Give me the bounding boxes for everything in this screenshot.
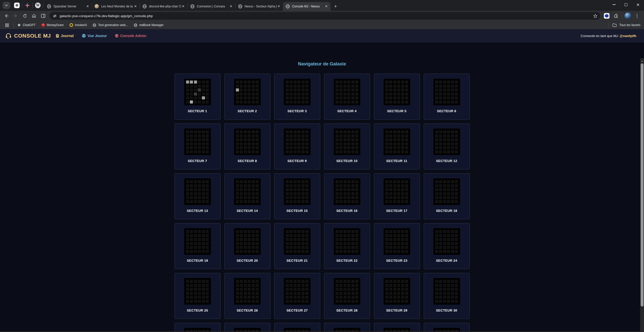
sector-card-27[interactable]: SECTEUR 27 xyxy=(274,273,320,319)
sector-card-29[interactable]: SECTEUR 29 xyxy=(374,273,420,319)
sector-card-10[interactable]: SECTEUR 10 xyxy=(324,123,370,169)
sector-card-1[interactable]: SECTEUR 1 xyxy=(175,74,221,120)
apps-shortcut-button[interactable] xyxy=(4,22,10,28)
home-button[interactable] xyxy=(30,12,38,20)
all-bookmarks-button[interactable]: Tous les favoris xyxy=(607,22,640,28)
pinned-tab-wordpress[interactable]: W xyxy=(34,1,42,9)
sector-cell xyxy=(447,238,450,241)
sector-card-25[interactable]: SECTEUR 25 xyxy=(175,273,221,319)
sector-cell xyxy=(244,288,247,291)
address-bar[interactable]: galactic-pve-conquest-c7fe.dev.flatlogic… xyxy=(50,12,600,20)
sector-minimap xyxy=(433,79,460,105)
bookmark-star-icon[interactable] xyxy=(593,14,598,18)
close-window-button[interactable]: ✕ xyxy=(632,0,644,9)
sector-cell xyxy=(240,246,243,249)
sector-card-28[interactable]: SECTEUR 28 xyxy=(324,273,370,319)
sector-card-30[interactable]: SECTEUR 30 xyxy=(424,273,470,319)
sector-cell xyxy=(343,184,347,187)
sector-card-17[interactable]: SECTEUR 17 xyxy=(374,173,420,219)
sector-cell xyxy=(236,130,239,133)
sector-cell xyxy=(305,96,308,99)
browser-tab[interactable]: discord-like-php-chat-7262.de... ✕ xyxy=(140,2,187,11)
sector-card-31[interactable]: SECTEUR 31 xyxy=(175,323,221,332)
sector-card-36[interactable]: SECTEUR 36 xyxy=(424,323,470,332)
sector-cell xyxy=(336,200,339,203)
scrollbar-thumb[interactable] xyxy=(641,63,643,306)
sector-card-7[interactable]: SECTEUR 7 xyxy=(175,123,221,169)
pinned-tab-chatgpt[interactable]: ❋ xyxy=(13,1,21,9)
back-button[interactable] xyxy=(2,12,11,20)
sector-card-22[interactable]: SECTEUR 22 xyxy=(324,223,370,269)
sector-cell xyxy=(343,250,347,253)
sector-card-13[interactable]: SECTEUR 13 xyxy=(175,173,221,219)
browser-tab[interactable]: Spacebar Server ✕ xyxy=(44,2,92,11)
sector-card-33[interactable]: SECTEUR 33 xyxy=(274,323,320,332)
forward-button[interactable] xyxy=(11,12,20,20)
sector-card-32[interactable]: SECTEUR 32 xyxy=(224,323,270,332)
tab-close-button[interactable]: ✕ xyxy=(181,4,185,8)
sector-card-4[interactable]: SECTEUR 4 xyxy=(324,74,370,120)
page-scrollbar[interactable]: ▲ ▼ xyxy=(640,58,644,332)
sector-card-5[interactable]: SECTEUR 5 xyxy=(374,74,420,120)
sector-card-18[interactable]: SECTEUR 18 xyxy=(424,173,470,219)
tab-close-button[interactable]: ✕ xyxy=(229,4,233,8)
sector-card-24[interactable]: SECTEUR 24 xyxy=(424,223,470,269)
reload-button[interactable] xyxy=(20,12,29,20)
nav-item-journal[interactable]: Journal xyxy=(55,34,74,38)
sector-card-6[interactable]: SECTEUR 6 xyxy=(424,74,470,120)
bookmark-item[interactable]: mdBook Manager xyxy=(134,23,164,27)
side-panel-button[interactable] xyxy=(39,12,48,20)
sector-label: SECTEUR 12 xyxy=(436,159,457,163)
bookmark-label: MoneyGram xyxy=(47,23,64,27)
browser-tab[interactable]: Nexus - Secteur Alpha [G1] ✕ xyxy=(235,2,283,11)
maximize-button[interactable] xyxy=(620,0,632,9)
sector-card-2[interactable]: SECTEUR 2 xyxy=(224,74,270,120)
nav-item-vue-joueur[interactable]: Vue Joueur xyxy=(82,34,107,38)
sector-card-20[interactable]: SECTEUR 20 xyxy=(224,223,270,269)
bookmark-item[interactable]: MoneyGram xyxy=(41,23,64,27)
bookmark-item[interactable]: Text generation web... xyxy=(93,23,128,27)
sector-cell xyxy=(339,292,342,295)
minimize-button[interactable] xyxy=(608,0,620,9)
tab-close-button[interactable]: ✕ xyxy=(133,4,137,8)
sector-card-11[interactable]: SECTEUR 11 xyxy=(374,123,420,169)
tab-close-button[interactable]: ✕ xyxy=(86,4,90,8)
sector-card-26[interactable]: SECTEUR 26 xyxy=(224,273,270,319)
sector-cell xyxy=(336,138,339,141)
sector-card-14[interactable]: SECTEUR 14 xyxy=(224,173,270,219)
sector-card-16[interactable]: SECTEUR 16 xyxy=(324,173,370,219)
sector-card-35[interactable]: SECTEUR 35 xyxy=(374,323,420,332)
sector-card-21[interactable]: SECTEUR 21 xyxy=(274,223,320,269)
sector-card-12[interactable]: SECTEUR 12 xyxy=(424,123,470,169)
browser-tab[interactable]: Connexion | Corvara ✕ xyxy=(188,2,235,11)
sector-card-23[interactable]: SECTEUR 23 xyxy=(374,223,420,269)
sector-cell xyxy=(194,146,197,149)
sector-card-3[interactable]: SECTEUR 3 xyxy=(274,74,320,120)
scrollbar-up-arrow[interactable]: ▲ xyxy=(640,59,644,63)
sector-card-19[interactable]: SECTEUR 19 xyxy=(175,223,221,269)
tab-close-button[interactable]: ✕ xyxy=(324,4,328,8)
sector-card-8[interactable]: SECTEUR 8 xyxy=(224,123,270,169)
browser-tab[interactable]: Les Neuf Mondes de la Mythol... ✕ xyxy=(92,2,140,11)
sector-cell xyxy=(248,81,251,84)
nav-item-console-admin[interactable]: Console Admin xyxy=(115,34,146,38)
extensions-button[interactable] xyxy=(612,12,620,20)
sector-card-9[interactable]: SECTEUR 9 xyxy=(274,123,320,169)
new-tab-button[interactable]: + xyxy=(332,3,339,10)
sector-cell xyxy=(393,184,396,187)
profile-avatar[interactable] xyxy=(625,13,631,19)
sector-cell xyxy=(405,188,408,191)
sector-cell xyxy=(302,280,305,283)
browser-menu-button[interactable] xyxy=(633,12,641,20)
devtools-extension-button[interactable] xyxy=(602,12,611,20)
browser-tab[interactable]: Console MJ - Nexus ✕ xyxy=(283,2,330,11)
pinned-tab-gemini[interactable] xyxy=(23,1,31,9)
sector-card-34[interactable]: SECTEUR 34 xyxy=(324,323,370,332)
sector-card-15[interactable]: SECTEUR 15 xyxy=(274,173,320,219)
tab-search-button[interactable] xyxy=(3,2,10,9)
bookmark-item[interactable]: InvokeAI xyxy=(69,23,87,27)
bookmark-item[interactable]: ❋ ChatGPT xyxy=(17,23,36,27)
sector-cell xyxy=(294,93,297,96)
tab-close-button[interactable]: ✕ xyxy=(277,4,281,8)
sector-cell xyxy=(355,230,358,233)
